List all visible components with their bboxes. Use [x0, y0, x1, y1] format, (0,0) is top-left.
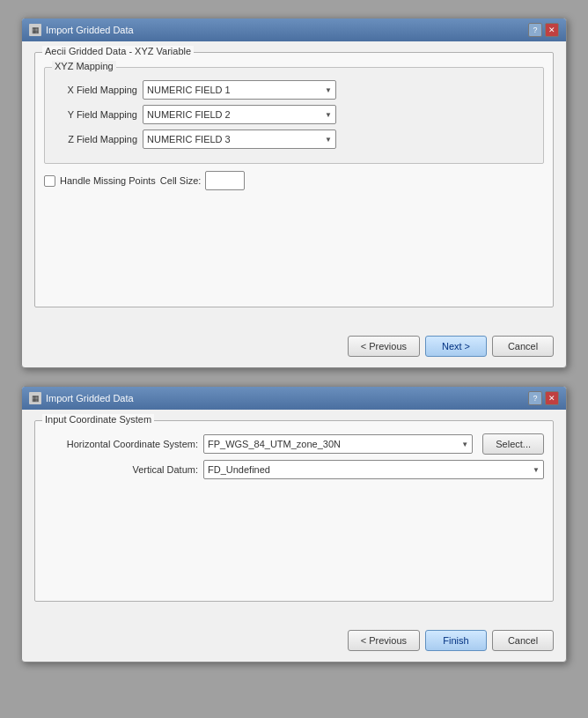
h-coord-row: Horizontal Coordinate System: FP_WGS_84_…	[44, 433, 544, 455]
dialog1: ▦ Import Gridded Data ? ✕ Aecii Gridded …	[21, 18, 567, 368]
y-field-label: Y Field Mapping	[54, 109, 137, 120]
z-field-label: Z Field Mapping	[54, 134, 137, 144]
button-bar-1: < Previous Next > Cancel	[22, 327, 566, 367]
x-field-value: NUMERIC FIELD 1	[147, 85, 231, 95]
cell-size-input[interactable]	[205, 171, 245, 190]
y-field-dropdown[interactable]: NUMERIC FIELD 2 ▼	[143, 105, 336, 124]
y-field-row: Y Field Mapping NUMERIC FIELD 2 ▼	[54, 105, 534, 124]
dialog2-title: Import Gridded Data	[46, 393, 134, 403]
cancel-button-2[interactable]: Cancel	[492, 630, 554, 651]
sub-group-title-1: XYZ Mapping	[52, 61, 116, 71]
main-group-1: Aecii Gridded Data - XYZ Variable XYZ Ma…	[34, 52, 554, 307]
title-bar-1: ▦ Import Gridded Data ? ✕	[22, 19, 566, 41]
handle-missing-label: Handle Missing Points	[60, 175, 156, 186]
group-title-2: Input Coordinate System	[42, 414, 154, 425]
cell-size-label: Cell Size:	[160, 175, 201, 186]
v-datum-value: FD_Undefined	[208, 464, 270, 475]
y-field-value: NUMERIC FIELD 2	[147, 109, 231, 120]
handle-missing-checkbox[interactable]	[44, 175, 55, 187]
cancel-button-1[interactable]: Cancel	[492, 336, 554, 357]
close-button-2[interactable]: ✕	[545, 391, 559, 405]
spacer-2	[44, 485, 544, 590]
dialog2-body: Input Coordinate System Horizontal Coord…	[22, 410, 566, 621]
next-button-1[interactable]: Next >	[425, 336, 487, 357]
x-field-dropdown[interactable]: NUMERIC FIELD 1 ▼	[143, 80, 336, 100]
title-bar-2: ▦ Import Gridded Data ? ✕	[22, 387, 566, 410]
dialog2: ▦ Import Gridded Data ? ✕ Input Coordina…	[21, 386, 567, 662]
finish-button[interactable]: Finish	[425, 630, 487, 651]
h-coord-value: FP_WGS_84_UTM_zone_30N	[208, 439, 341, 449]
button-bar-2: < Previous Finish Cancel	[22, 621, 566, 662]
x-field-label: X Field Mapping	[54, 85, 137, 95]
h-coord-dropdown[interactable]: FP_WGS_84_UTM_zone_30N ▼	[203, 434, 473, 454]
v-datum-arrow: ▼	[533, 466, 540, 474]
dialog2-icon: ▦	[29, 392, 41, 404]
z-field-value: NUMERIC FIELD 3	[147, 134, 231, 144]
z-field-dropdown[interactable]: NUMERIC FIELD 3 ▼	[143, 130, 336, 149]
handle-missing-row: Handle Missing Points Cell Size:	[44, 171, 544, 190]
z-dropdown-arrow: ▼	[325, 136, 332, 144]
dialog1-body: Aecii Gridded Data - XYZ Variable XYZ Ma…	[22, 41, 566, 327]
y-dropdown-arrow: ▼	[325, 111, 332, 119]
dialog1-title: Import Gridded Data	[46, 25, 134, 35]
previous-button-1[interactable]: < Previous	[348, 336, 420, 357]
dialog1-icon: ▦	[29, 24, 41, 36]
group-title-1: Aecii Gridded Data - XYZ Variable	[42, 46, 194, 56]
x-field-row: X Field Mapping NUMERIC FIELD 1 ▼	[54, 80, 534, 100]
main-group-2: Input Coordinate System Horizontal Coord…	[34, 420, 554, 602]
select-button[interactable]: Select...	[482, 433, 544, 455]
h-coord-arrow: ▼	[461, 440, 468, 448]
v-datum-dropdown[interactable]: FD_Undefined ▼	[203, 460, 544, 479]
h-coord-label: Horizontal Coordinate System:	[44, 439, 198, 449]
spacer-1	[44, 190, 544, 296]
previous-button-2[interactable]: < Previous	[348, 630, 420, 651]
v-datum-label: Vertical Datum:	[44, 464, 198, 475]
close-button-1[interactable]: ✕	[545, 23, 559, 37]
help-button-1[interactable]: ?	[528, 23, 542, 37]
x-dropdown-arrow: ▼	[325, 86, 332, 94]
z-field-row: Z Field Mapping NUMERIC FIELD 3 ▼	[54, 130, 534, 149]
help-button-2[interactable]: ?	[528, 391, 542, 405]
xyz-mapping-group: XYZ Mapping X Field Mapping NUMERIC FIEL…	[44, 67, 544, 164]
v-datum-row: Vertical Datum: FD_Undefined ▼	[44, 460, 544, 479]
